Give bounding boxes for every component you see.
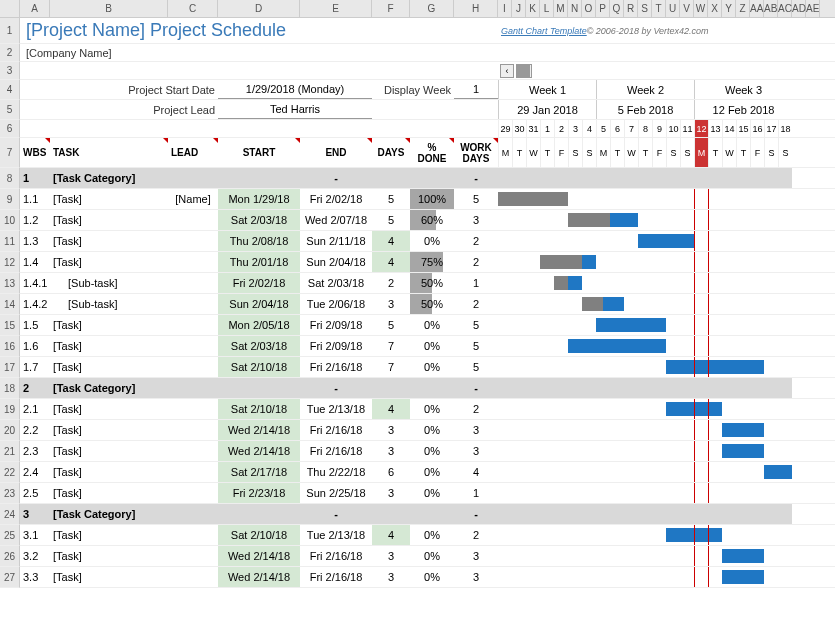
task-row[interactable]: 1.4[Task]Thu 2/01/18Sun 2/04/18475%2 [20, 252, 835, 273]
end-cell[interactable]: - [300, 504, 372, 524]
row-header[interactable]: 7 [0, 138, 20, 168]
col-header[interactable]: T [652, 0, 666, 17]
col-header[interactable]: W [694, 0, 708, 17]
task-row[interactable]: 1.2[Task]Sat 2/03/18Wed 2/07/18560%3 [20, 210, 835, 231]
header-work[interactable]: WORK DAYS [454, 138, 498, 167]
wbs-cell[interactable]: 1.4 [20, 252, 50, 272]
start-cell[interactable]: Thu 2/01/18 [218, 252, 300, 272]
row-header[interactable]: 11 [0, 231, 20, 252]
work-cell[interactable]: 2 [454, 231, 498, 251]
col-header[interactable]: P [596, 0, 610, 17]
end-cell[interactable]: Thu 2/22/18 [300, 462, 372, 482]
pct-cell[interactable]: 0% [410, 462, 454, 482]
work-cell[interactable]: 3 [454, 210, 498, 230]
pct-cell[interactable]: 0% [410, 567, 454, 587]
row-header[interactable]: 21 [0, 441, 20, 462]
col-header[interactable]: N [568, 0, 582, 17]
task-name[interactable]: [Task] [50, 546, 168, 566]
template-link[interactable]: Gantt Chart Template [501, 26, 587, 36]
work-cell[interactable]: 5 [454, 189, 498, 209]
task-row[interactable]: 3.2[Task]Wed 2/14/18Fri 2/16/1830%3 [20, 546, 835, 567]
col-header[interactable]: L [540, 0, 554, 17]
work-cell[interactable]: 4 [454, 462, 498, 482]
scroll-left-button[interactable]: ‹ [500, 64, 514, 78]
task-row[interactable]: 1.7[Task]Sat 2/10/18Fri 2/16/1870%5 [20, 357, 835, 378]
end-cell[interactable]: Sun 2/04/18 [300, 252, 372, 272]
lead-cell[interactable] [168, 462, 218, 482]
work-cell[interactable]: 2 [454, 399, 498, 419]
end-cell[interactable]: Wed 2/07/18 [300, 210, 372, 230]
days-cell[interactable]: 4 [372, 525, 410, 545]
start-cell[interactable]: Fri 2/23/18 [218, 483, 300, 503]
start-cell[interactable]: Thu 2/08/18 [218, 231, 300, 251]
col-header[interactable]: G [410, 0, 454, 17]
task-name[interactable]: [Task] [50, 462, 168, 482]
end-cell[interactable]: Sun 2/25/18 [300, 483, 372, 503]
work-cell[interactable]: 5 [454, 315, 498, 335]
pct-cell[interactable]: 0% [410, 357, 454, 377]
end-cell[interactable]: Fri 2/09/18 [300, 315, 372, 335]
task-name[interactable]: [Task] [50, 567, 168, 587]
wbs-cell[interactable]: 2.1 [20, 399, 50, 419]
row-header[interactable]: 5 [0, 100, 20, 120]
col-header[interactable]: I [498, 0, 512, 17]
pct-cell[interactable]: 0% [410, 546, 454, 566]
task-row[interactable]: 1.5[Task]Mon 2/05/18Fri 2/09/1850%5 [20, 315, 835, 336]
col-header[interactable]: AB [764, 0, 778, 17]
row-header[interactable]: 27 [0, 567, 20, 588]
end-cell[interactable]: Tue 2/13/18 [300, 399, 372, 419]
col-header[interactable]: V [680, 0, 694, 17]
lead-cell[interactable] [168, 210, 218, 230]
work-cell[interactable]: 3 [454, 546, 498, 566]
start-cell[interactable]: Sat 2/10/18 [218, 399, 300, 419]
row-header[interactable]: 26 [0, 546, 20, 567]
work-cell[interactable]: 3 [454, 567, 498, 587]
start-cell[interactable]: Sat 2/03/18 [218, 210, 300, 230]
col-header[interactable]: U [666, 0, 680, 17]
row-header[interactable]: 17 [0, 357, 20, 378]
days-cell[interactable]: 3 [372, 294, 410, 314]
lead-cell[interactable] [168, 567, 218, 587]
task-name[interactable]: [Task] [50, 315, 168, 335]
end-cell[interactable]: Fri 2/16/18 [300, 420, 372, 440]
task-name[interactable]: [Sub-task] [50, 294, 168, 314]
wbs-cell[interactable]: 1.5 [20, 315, 50, 335]
pct-cell[interactable]: 60% [410, 210, 454, 230]
work-cell[interactable]: 5 [454, 357, 498, 377]
row-header[interactable]: 23 [0, 483, 20, 504]
work-cell[interactable]: 2 [454, 252, 498, 272]
end-cell[interactable]: Sun 2/11/18 [300, 231, 372, 251]
work-cell[interactable]: - [454, 378, 498, 398]
pct-cell[interactable]: 0% [410, 336, 454, 356]
work-cell[interactable]: 2 [454, 525, 498, 545]
start-cell[interactable]: Sat 2/10/18 [218, 525, 300, 545]
row-header[interactable]: 15 [0, 315, 20, 336]
header-days[interactable]: DAYS [372, 138, 410, 167]
days-cell[interactable]: 5 [372, 189, 410, 209]
col-header[interactable]: Y [722, 0, 736, 17]
task-row[interactable]: 1.4.2[Sub-task]Sun 2/04/18Tue 2/06/18350… [20, 294, 835, 315]
wbs-cell[interactable]: 1 [20, 168, 50, 188]
days-cell[interactable]: 5 [372, 210, 410, 230]
start-cell[interactable]: Wed 2/14/18 [218, 420, 300, 440]
task-name[interactable]: [Task] [50, 357, 168, 377]
task-row[interactable]: 1.4.1[Sub-task]Fri 2/02/18Sat 2/03/18250… [20, 273, 835, 294]
task-row[interactable]: 3.3[Task]Wed 2/14/18Fri 2/16/1830%3 [20, 567, 835, 588]
row-header[interactable]: 19 [0, 399, 20, 420]
row-header[interactable]: 10 [0, 210, 20, 231]
col-header[interactable]: B [50, 0, 168, 17]
work-cell[interactable]: 3 [454, 420, 498, 440]
wbs-cell[interactable]: 1.4.1 [20, 273, 50, 293]
col-header[interactable]: AD [792, 0, 806, 17]
pct-cell[interactable]: 0% [410, 525, 454, 545]
col-header[interactable]: H [454, 0, 498, 17]
task-row[interactable]: 2.5[Task]Fri 2/23/18Sun 2/25/1830%1 [20, 483, 835, 504]
days-cell[interactable]: 3 [372, 546, 410, 566]
days-cell[interactable]: 2 [372, 273, 410, 293]
days-cell[interactable]: 6 [372, 462, 410, 482]
pct-cell[interactable]: 0% [410, 483, 454, 503]
start-cell[interactable]: Sat 2/17/18 [218, 462, 300, 482]
task-row[interactable]: 2.1[Task]Sat 2/10/18Tue 2/13/1840%2 [20, 399, 835, 420]
lead-cell[interactable] [168, 357, 218, 377]
wbs-cell[interactable]: 1.2 [20, 210, 50, 230]
